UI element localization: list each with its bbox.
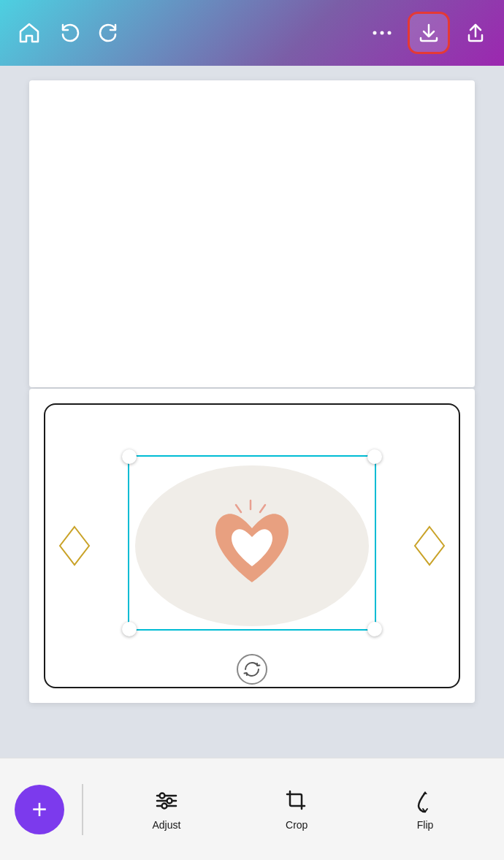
toolbar-tools: Adjust Crop Flip xyxy=(101,788,490,831)
svg-marker-3 xyxy=(60,527,89,565)
crop-handle-bottom-left[interactable] xyxy=(122,622,137,636)
header xyxy=(0,0,504,66)
undo-icon[interactable] xyxy=(58,22,80,44)
crop-handle-bottom-right[interactable] xyxy=(367,622,382,636)
svg-marker-7 xyxy=(415,527,444,565)
download-button[interactable] xyxy=(408,12,450,54)
crop-selection-box[interactable] xyxy=(128,455,376,631)
adjust-label: Adjust xyxy=(152,819,180,831)
toolbar-divider xyxy=(82,784,83,835)
home-icon[interactable] xyxy=(18,21,41,45)
bottom-toolbar: + Adjust xyxy=(0,758,504,860)
crop-handle-top-left[interactable] xyxy=(122,449,137,464)
svg-point-11 xyxy=(159,793,164,798)
flip-tool[interactable]: Flip xyxy=(413,788,438,831)
page-bottom xyxy=(29,389,475,703)
card-container xyxy=(44,403,460,688)
canvas-area xyxy=(0,66,504,758)
heart-card-area xyxy=(121,444,383,648)
crop-tool[interactable]: Crop xyxy=(284,788,309,831)
rotate-handle[interactable] xyxy=(237,654,267,685)
crop-icon xyxy=(284,788,309,813)
plus-icon: + xyxy=(31,794,47,825)
flip-label: Flip xyxy=(417,819,434,831)
flip-icon xyxy=(413,788,438,813)
more-icon[interactable] xyxy=(371,22,393,44)
svg-point-0 xyxy=(373,31,377,35)
share-icon[interactable] xyxy=(465,22,486,44)
redo-icon[interactable] xyxy=(98,22,120,44)
crop-handle-top-right[interactable] xyxy=(367,449,382,464)
svg-point-12 xyxy=(167,798,172,803)
adjust-icon xyxy=(154,788,179,813)
svg-point-2 xyxy=(388,31,392,35)
adjust-tool[interactable]: Adjust xyxy=(152,788,180,831)
add-button[interactable]: + xyxy=(15,785,64,834)
crop-label: Crop xyxy=(286,819,308,831)
header-left xyxy=(18,21,120,45)
svg-point-1 xyxy=(381,31,384,35)
header-right xyxy=(371,12,486,54)
diamond-right-decoration xyxy=(413,525,446,566)
diamond-left-decoration xyxy=(58,525,91,566)
page-top xyxy=(29,80,475,387)
download-icon xyxy=(418,22,440,44)
svg-point-13 xyxy=(161,803,167,808)
